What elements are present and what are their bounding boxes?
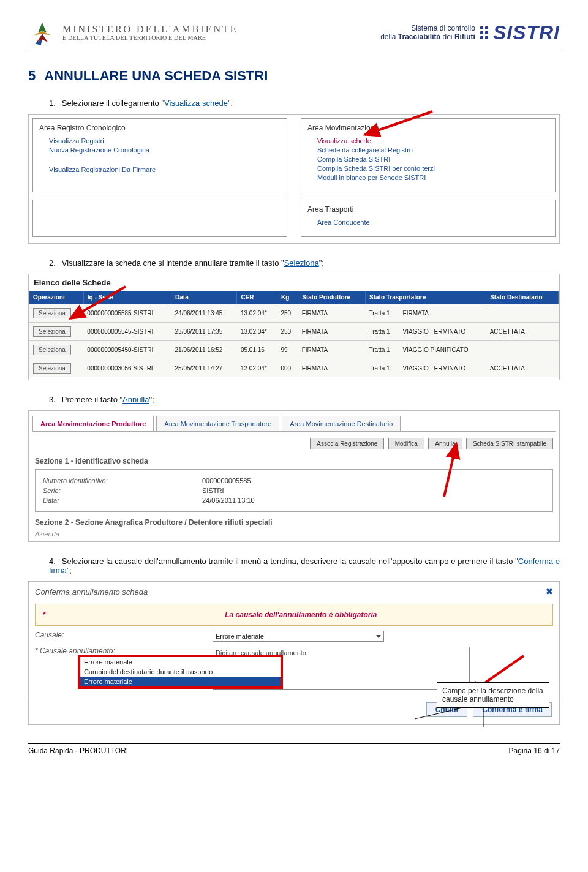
step2-text: 2.Visualizzare la scheda che si intende … <box>49 258 560 268</box>
pane-registro: Area Registro Cronologico Visualizza Reg… <box>32 118 287 192</box>
col-kg: Kg <box>277 291 298 304</box>
tab-produttore[interactable]: Area Movimentazione Produttore <box>32 416 154 431</box>
arrow-icon <box>64 283 132 326</box>
col-data: Data <box>172 291 237 304</box>
step3-text: 3.Premere il tasto "Annulla"; <box>49 395 560 404</box>
warning-box: * La causale dell'annullamento è obbliga… <box>35 604 553 626</box>
sistri-logo: SISTRI <box>493 21 560 44</box>
pane-trasporti-title: Area Trasporti <box>307 205 549 214</box>
col-stato-trasp: Stato Trasportatore <box>366 291 486 304</box>
causale-label: Causale: <box>35 631 213 639</box>
screenshot-area-menu: Area Registro Cronologico Visualizza Reg… <box>28 114 560 244</box>
screenshot-elenco-schede: Elenco delle Schede Operazioni Iq - Seri… <box>28 274 560 380</box>
ministry-title: MINISTERO DELL'AMBIENTE <box>62 24 238 35</box>
ministry-logo-icon <box>28 18 56 47</box>
modifica-button[interactable]: Modifica <box>388 438 424 449</box>
dropdown-option[interactable]: Cambio del destinatario durante il trasp… <box>80 667 281 677</box>
screenshot-conferma-annullamento: Conferma annullamento scheda ✖ * La caus… <box>28 581 560 725</box>
seleziona-button[interactable]: Seleziona <box>33 345 71 355</box>
seleziona-button[interactable]: Seleziona <box>33 326 71 337</box>
pane-registro-title: Area Registro Cronologico <box>39 124 281 132</box>
link-area-conducente[interactable]: Area Conducente <box>317 219 549 226</box>
footer-left: Guida Rapida - PRODUTTORI <box>28 746 128 755</box>
pane-trasporti: Area Trasporti Area Conducente <box>301 200 556 237</box>
col-stato-prod: Stato Produttore <box>298 291 366 304</box>
asterisk-icon: * <box>43 611 46 619</box>
associa-button[interactable]: Associa Registrazione <box>310 438 384 449</box>
link-nuova-registrazione[interactable]: Nuova Registrazione Cronologica <box>49 146 281 154</box>
sistri-block: Sistema di controllo della Tracciabilità… <box>380 21 560 44</box>
visualizza-schede-link[interactable]: Visualizza schede <box>164 99 228 108</box>
link-compila-scheda[interactable]: Compila Scheda SISTRI <box>317 156 549 163</box>
svg-line-1 <box>70 287 126 318</box>
link-moduli-bianco[interactable]: Moduli in bianco per Schede SISTRI <box>317 174 549 181</box>
dropdown-option[interactable]: Errore materiale <box>80 657 281 667</box>
page-header: MINISTERO DELL'AMBIENTE E DELLA TUTELA D… <box>28 18 560 50</box>
tabs-row: Area Movimentazione Produttore Area Movi… <box>32 416 556 432</box>
page-footer: Guida Rapida - PRODUTTORI Pagina 16 di 1… <box>28 746 560 767</box>
close-icon[interactable]: ✖ <box>546 587 553 596</box>
seleziona-button[interactable]: Seleziona <box>33 363 71 374</box>
table-row: Seleziona0000000003056 SISTRI25/05/2011 … <box>29 359 559 378</box>
causale-dropdown-open[interactable]: Errore materiale Cambio del destinatario… <box>78 655 283 689</box>
pane-movimentazione: Area Movimentazione Visualizza schede Sc… <box>301 118 556 192</box>
header-divider <box>28 53 560 53</box>
col-cer: CER <box>237 291 277 304</box>
ministry-subtitle: E DELLA TUTELA DEL TERRITORIO E DEL MARE <box>62 34 238 41</box>
callout-box: Campo per la descrizione della causale a… <box>437 682 549 708</box>
azienda-cut: Azienda <box>35 530 553 539</box>
warning-text: La causale dell'annullamento è obbligato… <box>50 604 552 625</box>
tab-destinatario[interactable]: Area Movimentazione Destinatario <box>282 416 401 431</box>
table-row: Seleziona0000000005450-SISTRI21/06/2011 … <box>29 341 559 359</box>
link-visualizza-da-firmare[interactable]: Visualizza Registrazioni Da Firmare <box>49 166 281 173</box>
seleziona-link[interactable]: Seleziona <box>284 258 319 268</box>
svg-line-0 <box>365 111 432 135</box>
sistri-desc-line1: Sistema di controllo <box>380 24 475 32</box>
link-schede-collegare[interactable]: Schede da collegare al Registro <box>317 146 549 154</box>
sezione2-label: Sezione 2 - Sezione Anagrafica Produttor… <box>35 518 553 527</box>
step4-text: 4.Selezionare la causale dell'annullamen… <box>49 557 560 575</box>
arrow-icon <box>356 108 436 145</box>
arrow-icon <box>420 439 481 500</box>
footer-right: Pagina 16 di 17 <box>509 746 560 755</box>
screenshot-scheda-detail: Area Movimentazione Produttore Area Movi… <box>28 410 560 542</box>
section-heading: 5ANNULLARE UNA SCHEDA SISTRI <box>28 68 560 84</box>
tab-trasportatore[interactable]: Area Movimentazione Trasportatore <box>156 416 279 431</box>
col-stato-dest: Stato Destinatario <box>486 291 559 304</box>
annulla-link[interactable]: Annulla <box>123 395 149 404</box>
footer-divider <box>28 743 560 744</box>
causale-select[interactable]: Errore materiale <box>213 631 384 642</box>
causale-desc-label: * Causale annullamento: <box>35 647 213 655</box>
ministry-block: MINISTERO DELL'AMBIENTE E DELLA TUTELA D… <box>28 18 238 47</box>
chevron-down-icon <box>376 635 381 638</box>
dots-icon <box>480 26 488 39</box>
pane-empty-left <box>32 200 287 237</box>
link-visualizza-registri[interactable]: Visualizza Registri <box>49 137 281 145</box>
dialog-title: Conferma annullamento scheda <box>35 587 148 596</box>
link-compila-conto-terzi[interactable]: Compila Scheda SISTRI per conto terzi <box>317 165 549 172</box>
step1-text: 1.Selezionare il collegamento "Visualizz… <box>49 99 560 108</box>
dropdown-option-selected[interactable]: Errore materiale <box>80 677 281 686</box>
svg-line-2 <box>444 444 456 497</box>
